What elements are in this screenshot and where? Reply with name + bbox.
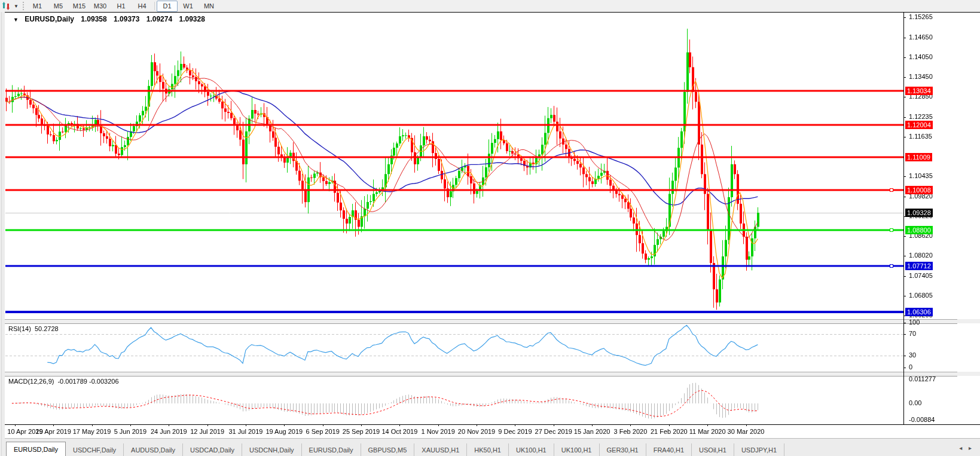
level-price-label: 1.13034 [905,87,933,95]
chart-tab-1-usdchf-daily[interactable]: USDCHF,Daily [66,443,124,456]
chart-header: ▼ EURUSD,Daily 1.09358 1.09373 1.09274 1… [13,15,205,23]
timeframe-toolbar: M1M5M15M30H1H4D1W1MN [27,1,219,12]
price-tick-label: 1.07405 [909,272,933,279]
price-tick-label: 1.10435 [909,172,933,179]
chart-symbol-label: EURUSD,Daily [25,15,74,23]
tab-scroll-arrows[interactable]: ◂ ▸ [959,445,974,451]
quote-close: 1.09328 [179,15,205,23]
chart-tab-14-usdjpy-h1[interactable]: USDJPY,H1 [734,443,784,456]
chart-tab-0-eurusd-daily[interactable]: EURUSD,Daily [6,442,66,456]
indicators-icon[interactable] [2,1,13,11]
price-tick-label: 1.14650 [909,33,933,41]
chart-tab-4-usdcnh-daily[interactable]: USDCNH,Daily [242,443,302,456]
date-tick-label: 29 Apr 2019 [36,428,71,435]
date-tick-label: 24 Jun 2019 [151,428,187,435]
chart-tab-3-usdcad-daily[interactable]: USDCAD,Daily [183,443,242,456]
price-tick-label: 1.12235 [909,113,933,120]
date-tick-label: 11 Mar 2020 [689,428,726,435]
chart-tab-10-uk100-h1[interactable]: UK100,H1 [554,443,600,456]
level-price-label: 1.06306 [905,308,933,316]
level-price-label: 1.10008 [905,186,933,194]
chart-tab-12-fra40-h1[interactable]: FRA40,H1 [646,443,692,456]
level-price-label: 1.12004 [905,121,933,129]
timeframe-button-d1[interactable]: D1 [157,1,178,12]
rsi-axis-label: 30 [909,351,916,359]
price-tick-label: 1.06805 [909,292,933,299]
timeframe-button-w1[interactable]: W1 [178,1,199,12]
macd-axis-label: -0.00884 [909,416,935,423]
timeframe-button-h1[interactable]: H1 [111,1,132,12]
chart-tab-7-xauusd-h1[interactable]: XAUUSD,H1 [414,443,467,456]
rsi-axis-label: 100 [909,319,920,326]
chevron-down-icon[interactable]: ▼ [13,4,20,9]
date-tick-label: 12 Jul 2019 [190,428,224,435]
timeframe-button-mn[interactable]: MN [199,1,219,12]
price-tick-label: 1.13450 [909,73,933,80]
macd-value: -0.001789 -0.003206 [57,378,118,385]
date-tick-label: 30 Mar 2020 [728,428,765,435]
chart-tab-6-gbpusd-m5[interactable]: GBPUSD,M5 [361,443,415,456]
quote-high: 1.09373 [114,15,139,23]
price-tick-label: 1.08020 [909,252,933,259]
date-tick-label: 1 Nov 2019 [422,428,455,435]
date-tick-label: 31 Jul 2019 [228,428,262,435]
date-tick-label: 27 Dec 2019 [535,428,572,435]
macd-axis-label: 0.00 [909,399,921,406]
top-toolbar: ▼ M1M5M15M30H1H4D1W1MN [0,0,980,13]
date-tick-label: 6 Sep 2019 [306,428,340,435]
date-tick-label: 15 Jan 2020 [574,428,610,435]
timeframe-button-m5[interactable]: M5 [48,1,69,12]
date-tick-label: 19 Aug 2019 [265,428,303,435]
rsi-value: 50.2728 [35,325,59,332]
timeframe-button-m1[interactable]: M1 [27,1,48,12]
price-tick-label: 1.15265 [909,13,933,20]
date-tick-label: 9 Dec 2019 [498,428,532,435]
macd-pane-label: MACD(12,26,9)-0.001789 -0.003206 [8,378,119,385]
rsi-axis-label: 70 [909,330,916,337]
rsi-axis-label: 0 [909,363,912,371]
level-price-label: 1.08800 [905,226,933,234]
date-tick-label: 21 Feb 2020 [651,428,688,435]
date-tick-label: 25 Sep 2019 [343,428,380,435]
date-tick-label: 14 Oct 2019 [381,428,417,435]
quote-low: 1.09274 [146,15,172,23]
tabs-container: EURUSD,DailyUSDCHF,DailyAUDUSD,DailyUSDC… [5,442,784,456]
rsi-pane-label: RSI(14)50.2728 [8,325,59,332]
price-tick-label: 1.14050 [909,53,933,60]
chart-tab-bar: EURUSD,DailyUSDCHF,DailyAUDUSD,DailyUSDC… [5,438,980,456]
timeframe-button-m15[interactable]: M15 [69,1,90,12]
level-price-label: 1.07712 [905,262,933,270]
collapse-triangle-icon[interactable]: ▼ [13,17,19,23]
chart-canvas[interactable] [5,12,980,438]
date-tick-label: 20 Nov 2019 [458,428,495,435]
chart-tab-8-hk50-h1[interactable]: HK50,H1 [467,443,509,456]
chart-tab-13-usoil-h1[interactable]: USOil,H1 [692,443,734,456]
chart-tab-2-audusd-daily[interactable]: AUDUSD,Daily [124,443,183,456]
chart-tab-5-eurusd-daily[interactable]: EURUSD,Daily [302,443,361,456]
date-tick-label: 5 Jun 2019 [114,428,146,435]
timeframe-button-m30[interactable]: M30 [90,1,111,12]
date-tick-label: 17 May 2019 [73,428,111,435]
quote-open: 1.09358 [81,15,106,23]
chart-tab-9-uk100-h1[interactable]: UK100,H1 [509,443,554,456]
timeframe-button-h4[interactable]: H4 [132,1,152,12]
price-tick-label: 1.11635 [909,133,932,140]
current-price-label: 1.09328 [905,209,933,217]
macd-axis-label: 0.011277 [909,375,936,382]
level-price-label: 1.11009 [905,153,932,161]
macd-label: MACD(12,26,9) [8,378,54,385]
rsi-label: RSI(14) [8,325,31,332]
toolbar-grip [23,2,24,10]
date-tick-label: 3 Feb 2020 [614,428,648,435]
chart-tab-11-ger30-h1[interactable]: GER30,H1 [600,443,646,456]
